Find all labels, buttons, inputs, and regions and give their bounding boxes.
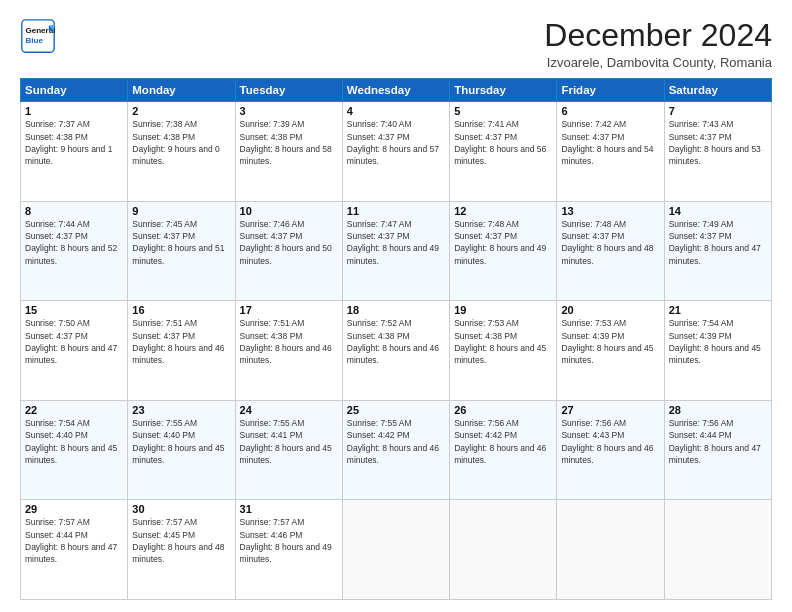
table-row <box>450 500 557 600</box>
calendar-week-row: 29 Sunrise: 7:57 AMSunset: 4:44 PMDaylig… <box>21 500 772 600</box>
table-row: 30 Sunrise: 7:57 AMSunset: 4:45 PMDaylig… <box>128 500 235 600</box>
calendar-week-row: 22 Sunrise: 7:54 AMSunset: 4:40 PMDaylig… <box>21 400 772 500</box>
table-row: 15 Sunrise: 7:50 AMSunset: 4:37 PMDaylig… <box>21 301 128 401</box>
table-row: 14 Sunrise: 7:49 AMSunset: 4:37 PMDaylig… <box>664 201 771 301</box>
table-row: 1 Sunrise: 7:37 AMSunset: 4:38 PMDayligh… <box>21 102 128 202</box>
table-row: 16 Sunrise: 7:51 AMSunset: 4:37 PMDaylig… <box>128 301 235 401</box>
table-row: 3 Sunrise: 7:39 AMSunset: 4:38 PMDayligh… <box>235 102 342 202</box>
col-thursday: Thursday <box>450 79 557 102</box>
table-row: 28 Sunrise: 7:56 AMSunset: 4:44 PMDaylig… <box>664 400 771 500</box>
table-row: 31 Sunrise: 7:57 AMSunset: 4:46 PMDaylig… <box>235 500 342 600</box>
table-row: 10 Sunrise: 7:46 AMSunset: 4:37 PMDaylig… <box>235 201 342 301</box>
title-block: December 2024 Izvoarele, Dambovita Count… <box>544 18 772 70</box>
table-row <box>342 500 449 600</box>
table-row: 12 Sunrise: 7:48 AMSunset: 4:37 PMDaylig… <box>450 201 557 301</box>
table-row: 7 Sunrise: 7:43 AMSunset: 4:37 PMDayligh… <box>664 102 771 202</box>
table-row: 23 Sunrise: 7:55 AMSunset: 4:40 PMDaylig… <box>128 400 235 500</box>
page-subtitle: Izvoarele, Dambovita County, Romania <box>544 55 772 70</box>
table-row <box>664 500 771 600</box>
page-title: December 2024 <box>544 18 772 53</box>
table-row: 9 Sunrise: 7:45 AMSunset: 4:37 PMDayligh… <box>128 201 235 301</box>
table-row: 17 Sunrise: 7:51 AMSunset: 4:38 PMDaylig… <box>235 301 342 401</box>
col-friday: Friday <box>557 79 664 102</box>
col-sunday: Sunday <box>21 79 128 102</box>
col-saturday: Saturday <box>664 79 771 102</box>
col-wednesday: Wednesday <box>342 79 449 102</box>
table-row: 24 Sunrise: 7:55 AMSunset: 4:41 PMDaylig… <box>235 400 342 500</box>
header: General Blue December 2024 Izvoarele, Da… <box>20 18 772 70</box>
table-row: 26 Sunrise: 7:56 AMSunset: 4:42 PMDaylig… <box>450 400 557 500</box>
logo: General Blue <box>20 18 56 54</box>
logo-icon: General Blue <box>20 18 56 54</box>
table-row: 13 Sunrise: 7:48 AMSunset: 4:37 PMDaylig… <box>557 201 664 301</box>
table-row: 5 Sunrise: 7:41 AMSunset: 4:37 PMDayligh… <box>450 102 557 202</box>
table-row: 2 Sunrise: 7:38 AMSunset: 4:38 PMDayligh… <box>128 102 235 202</box>
calendar-week-row: 15 Sunrise: 7:50 AMSunset: 4:37 PMDaylig… <box>21 301 772 401</box>
calendar-table: Sunday Monday Tuesday Wednesday Thursday… <box>20 78 772 600</box>
calendar-week-row: 1 Sunrise: 7:37 AMSunset: 4:38 PMDayligh… <box>21 102 772 202</box>
table-row: 19 Sunrise: 7:53 AMSunset: 4:38 PMDaylig… <box>450 301 557 401</box>
calendar-header-row: Sunday Monday Tuesday Wednesday Thursday… <box>21 79 772 102</box>
table-row: 11 Sunrise: 7:47 AMSunset: 4:37 PMDaylig… <box>342 201 449 301</box>
col-tuesday: Tuesday <box>235 79 342 102</box>
table-row: 21 Sunrise: 7:54 AMSunset: 4:39 PMDaylig… <box>664 301 771 401</box>
table-row: 8 Sunrise: 7:44 AMSunset: 4:37 PMDayligh… <box>21 201 128 301</box>
table-row <box>557 500 664 600</box>
table-row: 20 Sunrise: 7:53 AMSunset: 4:39 PMDaylig… <box>557 301 664 401</box>
svg-text:Blue: Blue <box>25 36 43 45</box>
table-row: 29 Sunrise: 7:57 AMSunset: 4:44 PMDaylig… <box>21 500 128 600</box>
page: General Blue December 2024 Izvoarele, Da… <box>0 0 792 612</box>
col-monday: Monday <box>128 79 235 102</box>
table-row: 22 Sunrise: 7:54 AMSunset: 4:40 PMDaylig… <box>21 400 128 500</box>
table-row: 18 Sunrise: 7:52 AMSunset: 4:38 PMDaylig… <box>342 301 449 401</box>
table-row: 25 Sunrise: 7:55 AMSunset: 4:42 PMDaylig… <box>342 400 449 500</box>
table-row: 6 Sunrise: 7:42 AMSunset: 4:37 PMDayligh… <box>557 102 664 202</box>
table-row: 27 Sunrise: 7:56 AMSunset: 4:43 PMDaylig… <box>557 400 664 500</box>
table-row: 4 Sunrise: 7:40 AMSunset: 4:37 PMDayligh… <box>342 102 449 202</box>
calendar-week-row: 8 Sunrise: 7:44 AMSunset: 4:37 PMDayligh… <box>21 201 772 301</box>
